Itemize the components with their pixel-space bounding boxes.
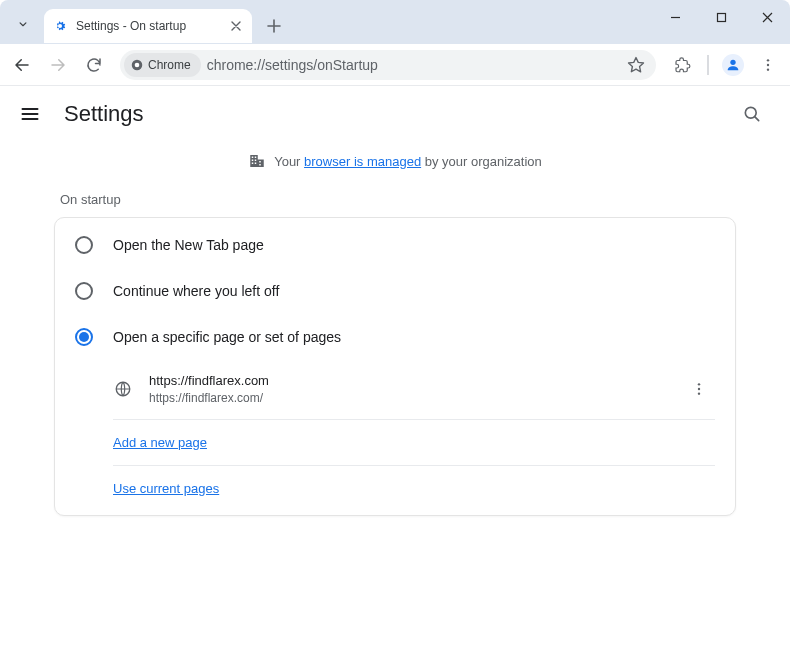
- specific-pages-list: https://findflarex.com https://findflare…: [55, 360, 735, 511]
- section-label: On startup: [60, 192, 736, 207]
- radio-icon: [75, 236, 93, 254]
- add-new-page-link[interactable]: Add a new page: [113, 435, 207, 450]
- gear-icon: [52, 18, 68, 34]
- omnibox[interactable]: Chrome chrome://settings/onStartup: [120, 50, 656, 80]
- forward-button[interactable]: [42, 49, 74, 81]
- svg-point-4: [730, 59, 735, 64]
- svg-point-12: [698, 393, 700, 395]
- on-startup-section: On startup Open the New Tab page Continu…: [54, 192, 736, 516]
- radio-label: Open the New Tab page: [113, 237, 264, 253]
- chrome-logo-icon: [130, 58, 144, 72]
- site-chip-label: Chrome: [148, 58, 191, 72]
- maximize-button[interactable]: [698, 0, 744, 34]
- hamburger-icon: [20, 104, 40, 124]
- avatar-icon: [722, 54, 744, 76]
- managed-banner: Your browser is managed by your organiza…: [0, 142, 790, 186]
- star-icon: [627, 56, 645, 74]
- svg-rect-0: [717, 13, 725, 21]
- radio-dot: [79, 332, 89, 342]
- browser-tab[interactable]: Settings - On startup: [44, 9, 252, 43]
- bookmark-button[interactable]: [622, 51, 650, 79]
- radio-label: Open a specific page or set of pages: [113, 329, 341, 345]
- puzzle-icon: [673, 56, 691, 74]
- svg-point-6: [767, 63, 769, 65]
- page-text: https://findflarex.com https://findflare…: [149, 372, 667, 407]
- tab-title: Settings - On startup: [76, 19, 220, 33]
- extensions-button[interactable]: [666, 49, 698, 81]
- radio-specific-pages[interactable]: Open a specific page or set of pages: [55, 314, 735, 360]
- page-item-title: https://findflarex.com: [149, 372, 667, 390]
- minimize-button[interactable]: [652, 0, 698, 34]
- radio-new-tab[interactable]: Open the New Tab page: [55, 222, 735, 268]
- svg-point-10: [698, 384, 700, 386]
- settings-header: Settings: [0, 86, 790, 142]
- radio-continue[interactable]: Continue where you left off: [55, 268, 735, 314]
- svg-point-7: [767, 68, 769, 70]
- domain-icon: [248, 152, 266, 170]
- chevron-down-icon: [16, 17, 30, 31]
- search-tabs-button[interactable]: [6, 7, 40, 41]
- svg-point-2: [135, 62, 140, 67]
- startup-card: Open the New Tab page Continue where you…: [54, 217, 736, 516]
- menu-button[interactable]: [752, 49, 784, 81]
- plus-icon: [267, 19, 281, 33]
- reload-icon: [85, 56, 103, 74]
- more-vertical-icon: [691, 381, 707, 397]
- page-item-url: https://findflarex.com/: [149, 390, 667, 407]
- radio-label: Continue where you left off: [113, 283, 279, 299]
- managed-text: Your browser is managed by your organiza…: [274, 154, 542, 169]
- settings-search-button[interactable]: [732, 94, 772, 134]
- site-chip[interactable]: Chrome: [124, 53, 201, 77]
- window-titlebar: Settings - On startup: [0, 0, 790, 44]
- arrow-left-icon: [13, 56, 31, 74]
- startup-page-item: https://findflarex.com https://findflare…: [113, 360, 715, 420]
- radio-icon: [75, 282, 93, 300]
- svg-rect-3: [707, 55, 709, 75]
- titlebar-left: Settings - On startup: [0, 0, 288, 44]
- browser-toolbar: Chrome chrome://settings/onStartup: [0, 44, 790, 86]
- page-title: Settings: [64, 101, 144, 127]
- url-text: chrome://settings/onStartup: [207, 57, 616, 73]
- window-controls: [652, 0, 790, 44]
- svg-point-5: [767, 59, 769, 61]
- close-icon: [762, 12, 773, 23]
- globe-icon: [113, 379, 133, 399]
- settings-menu-button[interactable]: [18, 102, 42, 126]
- managed-link[interactable]: browser is managed: [304, 154, 421, 169]
- add-page-row: Add a new page: [113, 420, 715, 466]
- search-icon: [742, 104, 762, 124]
- radio-icon-selected: [75, 328, 93, 346]
- reload-button[interactable]: [78, 49, 110, 81]
- new-tab-button[interactable]: [260, 12, 288, 40]
- svg-point-11: [698, 388, 700, 390]
- maximize-icon: [716, 12, 727, 23]
- page-item-more-button[interactable]: [683, 373, 715, 405]
- toolbar-divider: [702, 49, 714, 81]
- use-current-pages-link[interactable]: Use current pages: [113, 481, 219, 496]
- arrow-right-icon: [49, 56, 67, 74]
- close-window-button[interactable]: [744, 0, 790, 34]
- close-icon: [231, 21, 241, 31]
- use-current-row: Use current pages: [113, 466, 715, 511]
- profile-button[interactable]: [718, 50, 748, 80]
- more-vertical-icon: [760, 57, 776, 73]
- minimize-icon: [670, 12, 681, 23]
- tab-close-button[interactable]: [228, 18, 244, 34]
- back-button[interactable]: [6, 49, 38, 81]
